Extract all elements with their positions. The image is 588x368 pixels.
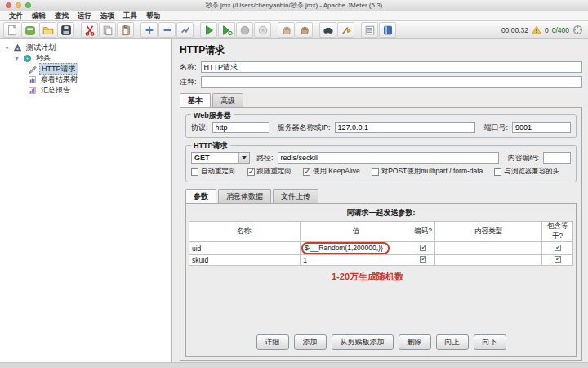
shutdown-button[interactable]	[254, 22, 271, 38]
page-title: HTTP请求	[180, 43, 582, 57]
http-request-group: HTTP请求 GET 路径: 内容编码: 自动重定向 跟随重定向	[185, 145, 577, 182]
menu-search[interactable]: 查找	[51, 11, 73, 21]
encoding-label: 内容编码:	[507, 153, 539, 164]
sampler-editor-panel: HTTP请求 名称: 注释: 基本 高级 Web服务器 协议:	[172, 39, 588, 362]
menu-edit[interactable]: 编辑	[28, 11, 50, 21]
encoding-input[interactable]	[543, 152, 571, 164]
menu-run[interactable]: 运行	[74, 11, 96, 21]
up-button[interactable]: 向上	[436, 334, 469, 350]
templates-button[interactable]	[21, 22, 38, 38]
menu-options[interactable]: 选项	[96, 11, 118, 21]
stop-button[interactable]	[236, 22, 253, 38]
tab-advanced[interactable]: 高级	[212, 93, 243, 107]
cut-button[interactable]	[81, 22, 98, 38]
http-request-icon	[28, 65, 37, 74]
parameter-buttons: 详细 添加 从剪贴板添加 删除 向上 向下	[189, 331, 573, 352]
checkbox-keepalive[interactable]: 使用 KeepAlive	[303, 167, 360, 177]
param-encode-cell[interactable]	[412, 242, 434, 255]
start-button[interactable]	[200, 22, 217, 38]
start-no-pauses-icon	[221, 25, 233, 36]
name-input[interactable]	[201, 61, 582, 73]
add-from-clipboard-button[interactable]: 从剪贴板添加	[332, 334, 394, 350]
tree-collapse-handle[interactable]: ▼	[13, 56, 20, 61]
add-button[interactable]: 添加	[294, 334, 327, 350]
down-button[interactable]: 向下	[474, 334, 506, 350]
checkbox-follow-redirects[interactable]: 跟随重定向	[247, 167, 292, 177]
start-icon	[203, 25, 215, 36]
column-header-name[interactable]: 名称:	[189, 222, 301, 242]
threads-indicator-icon	[572, 25, 583, 35]
checkbox-browser-compatible-headers[interactable]: 与浏览器兼容的头	[494, 167, 559, 177]
detail-button[interactable]: 详细	[256, 334, 289, 350]
warning-icon[interactable]	[532, 25, 541, 34]
menu-tools[interactable]: 工具	[119, 11, 141, 21]
function-helper-button[interactable]	[361, 22, 378, 38]
tab-body-data[interactable]: 消息体数据	[218, 189, 271, 203]
active-threads-count: 0/400	[552, 26, 569, 34]
param-encode-cell[interactable]	[412, 255, 434, 266]
checkbox-multipart[interactable]: 对POST使用multipart / form-data	[372, 167, 483, 177]
toggle-icon	[180, 25, 191, 36]
column-header-value[interactable]: 值	[301, 222, 412, 242]
results-tree-icon	[28, 75, 37, 84]
tab-parameters[interactable]: 参数	[185, 189, 216, 203]
expand-all-button[interactable]	[140, 22, 158, 38]
tree-item-test-plan[interactable]: ▼ 测试计划	[3, 43, 172, 53]
tab-files-upload[interactable]: 文件上传	[273, 189, 318, 203]
param-value-cell[interactable]: 1	[301, 255, 412, 266]
new-file-button[interactable]	[3, 22, 20, 38]
help-button[interactable]	[379, 22, 396, 38]
paste-button[interactable]	[117, 22, 134, 38]
open-button[interactable]	[39, 22, 56, 38]
delete-button[interactable]: 删除	[399, 334, 431, 350]
server-input[interactable]	[335, 122, 476, 133]
comment-input[interactable]	[201, 76, 582, 88]
param-include-equals-cell[interactable]	[542, 255, 573, 266]
param-name-cell[interactable]: skuId	[189, 255, 301, 266]
clear-search-button[interactable]	[337, 22, 354, 38]
search-button[interactable]	[319, 22, 336, 38]
remote-start-all-button[interactable]	[278, 22, 295, 38]
tree-item-thread-group[interactable]: ▼ 秒杀	[3, 53, 172, 64]
clear-search-icon	[341, 25, 352, 36]
checkbox-auto-redirect[interactable]: 自动重定向	[191, 167, 236, 177]
protocol-input[interactable]	[212, 122, 270, 133]
parameters-panel: 同请求一起发送参数: 名称: 值 编码? 内容类型 包含等于?	[185, 203, 577, 357]
column-header-include-equals[interactable]: 包含等于?	[542, 222, 573, 242]
start-no-pauses-button[interactable]	[218, 22, 235, 38]
column-header-content-type[interactable]: 内容类型	[434, 222, 542, 242]
menu-help[interactable]: 帮助	[142, 11, 164, 21]
param-include-equals-cell[interactable]	[542, 242, 573, 255]
handwritten-annotation: 1-20万生成随机数	[332, 271, 573, 283]
copy-button[interactable]	[99, 22, 116, 38]
tree-collapse-handle[interactable]: ▼	[3, 45, 11, 51]
checkbox-box	[303, 168, 310, 176]
chevron-down-icon	[238, 153, 249, 163]
checkbox-box	[372, 168, 379, 176]
summary-report-icon	[28, 86, 37, 95]
path-input[interactable]	[278, 152, 500, 164]
comment-label: 注释:	[180, 77, 197, 88]
menu-file[interactable]: 文件	[5, 11, 27, 21]
param-value-cell[interactable]: ${__Random(1,200000,)}	[301, 242, 412, 255]
checkbox-box	[191, 168, 198, 176]
param-content-type-cell[interactable]	[434, 242, 542, 255]
param-name-cell[interactable]: uid	[189, 242, 301, 255]
window-title: 秒杀.jmx (/Users/chenyanbin/秒杀.jmx) - Apac…	[0, 1, 588, 10]
tree-item-view-results-tree[interactable]: 察看结果树	[3, 74, 172, 85]
tree-item-http-request[interactable]: HTTP请求	[3, 64, 172, 74]
save-button[interactable]	[57, 22, 74, 38]
protocol-label: 协议:	[191, 123, 208, 133]
log-error-count[interactable]: 0	[545, 26, 549, 34]
tree-item-summary-report[interactable]: 汇总报告	[3, 85, 172, 96]
checkbox-box	[555, 245, 561, 251]
param-content-type-cell[interactable]	[434, 255, 542, 266]
column-header-encode[interactable]: 编码?	[412, 222, 434, 242]
toggle-button[interactable]	[176, 22, 194, 38]
port-input[interactable]	[512, 122, 571, 133]
collapse-all-button[interactable]	[158, 22, 176, 38]
remote-stop-all-button[interactable]	[296, 22, 313, 38]
tree-item-label: HTTP请求	[39, 63, 78, 75]
method-select[interactable]: GET	[191, 152, 250, 164]
tab-basic[interactable]: 基本	[180, 93, 211, 107]
